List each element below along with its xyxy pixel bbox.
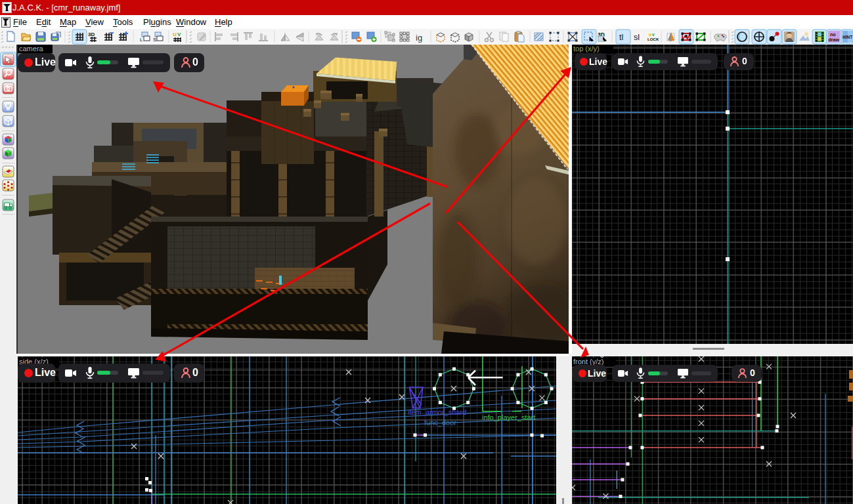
svg-text:LOCK: LOCK <box>647 37 659 41</box>
svg-text:func_door: func_door <box>424 419 456 427</box>
svg-text:tl: tl <box>619 33 623 42</box>
svg-text:V: V <box>177 32 181 37</box>
svg-text:S: S <box>153 37 156 43</box>
svg-text:info_player_start: info_player_start <box>482 413 535 421</box>
svg-text:ig: ig <box>416 33 422 43</box>
svg-text:U: U <box>173 32 177 37</box>
svg-text:L: L <box>140 37 143 43</box>
svg-text:v: v <box>652 32 655 37</box>
svg-text:item_armor_shard: item_armor_shard <box>408 408 466 416</box>
svg-text:u: u <box>649 32 651 37</box>
svg-text:3D: 3D <box>88 32 95 37</box>
svg-text:HINT: HINT <box>842 35 852 39</box>
svg-text:draw: draw <box>829 37 840 42</box>
svg-text:sl: sl <box>634 33 640 42</box>
svg-text:no: no <box>830 32 836 37</box>
